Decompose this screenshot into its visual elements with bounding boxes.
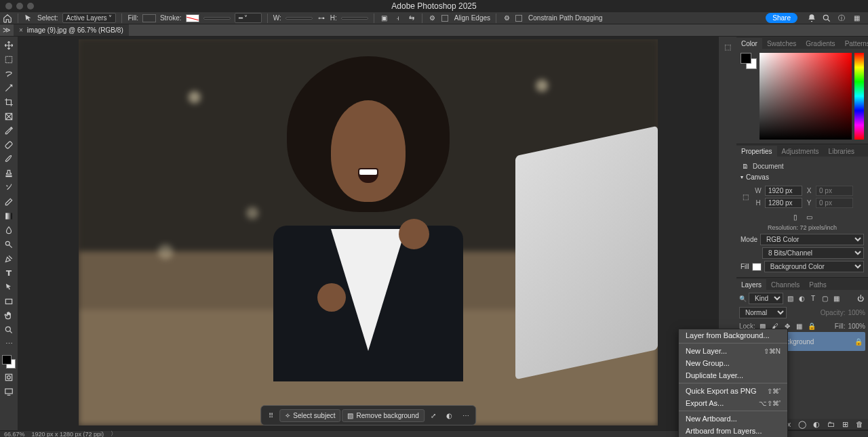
fill-select[interactable]: Background Color: [764, 261, 864, 272]
share-button[interactable]: Share: [766, 13, 797, 23]
quickmask-icon[interactable]: [1, 371, 16, 383]
filter-pixel-icon[interactable]: ▧: [785, 294, 795, 304]
marquee-tool-icon[interactable]: [1, 54, 16, 65]
fill-swatch[interactable]: [142, 14, 156, 22]
delete-layer-icon[interactable]: 🗑: [854, 419, 864, 429]
menu-item[interactable]: New Artboard...: [679, 413, 787, 425]
window-controls[interactable]: [5, 3, 34, 9]
type-tool-icon[interactable]: [1, 267, 16, 278]
group-icon[interactable]: 🗀: [826, 419, 835, 429]
new-layer-icon[interactable]: ⊞: [840, 419, 850, 429]
ctx-adjust-icon[interactable]: ◐: [442, 408, 457, 423]
ctx-transform-icon[interactable]: ⤢: [426, 408, 441, 423]
filter-smart-icon[interactable]: ▦: [831, 294, 841, 304]
w-input[interactable]: [285, 17, 313, 20]
bell-icon[interactable]: [807, 14, 816, 23]
pen-tool-icon[interactable]: [1, 253, 16, 264]
path-ops-icon[interactable]: ▣: [380, 14, 389, 23]
stamp-tool-icon[interactable]: [1, 167, 16, 179]
tab-channels[interactable]: Channels: [766, 279, 804, 290]
document-canvas[interactable]: [79, 39, 658, 425]
link-wh-icon[interactable]: ⊶: [317, 14, 326, 23]
depth-select[interactable]: 8 Bits/Channel: [762, 247, 864, 259]
orientation-icon[interactable]: ⬚: [741, 192, 750, 202]
canvas-h-input[interactable]: [765, 198, 802, 208]
status-arrow-icon[interactable]: 〉: [111, 430, 117, 437]
select-dropdown[interactable]: Active Layers ˅: [62, 13, 117, 23]
move-tool-icon[interactable]: [1, 39, 16, 51]
align-edges-checkbox[interactable]: [441, 15, 448, 22]
more-tools-icon[interactable]: ⋯: [1, 338, 16, 350]
canvas-area[interactable]: ⠿ ✧Select subject ▧Remove background ⤢ ◐…: [18, 37, 719, 430]
tab-color[interactable]: Color: [736, 38, 762, 49]
layer-lock-icon[interactable]: 🔒: [854, 337, 863, 346]
lasso-tool-icon[interactable]: [1, 68, 16, 79]
adjustment-layer-icon[interactable]: ◐: [812, 419, 821, 429]
align-icon[interactable]: ⫞: [393, 14, 403, 23]
stroke-style[interactable]: ━ ˅: [235, 13, 262, 23]
blend-mode-select[interactable]: Normal: [739, 307, 787, 318]
fg-bg-color[interactable]: [2, 355, 16, 369]
mask-icon[interactable]: ◯: [797, 419, 807, 429]
fill-pct-value[interactable]: 100%: [848, 322, 865, 330]
menu-item[interactable]: Export As...⌥⇧⌘': [679, 397, 787, 409]
search-icon[interactable]: [822, 14, 831, 23]
collapsed-panel-icon[interactable]: ⬚: [723, 42, 732, 51]
healing-tool-icon[interactable]: [1, 139, 16, 150]
h-input[interactable]: [341, 17, 368, 20]
tab-libraries[interactable]: Libraries: [824, 146, 859, 157]
remove-background-button[interactable]: ▧Remove background: [342, 409, 424, 422]
lock-all-icon[interactable]: 🔒: [807, 321, 816, 331]
workspace-icon[interactable]: ▦: [852, 14, 861, 23]
filter-type-icon[interactable]: T: [808, 294, 818, 304]
status-zoom[interactable]: 66.67%: [4, 431, 25, 438]
history-brush-icon[interactable]: [1, 182, 16, 193]
arrange-icon[interactable]: ⇆: [407, 14, 416, 23]
stroke-swatch[interactable]: [186, 14, 199, 22]
ctx-more-icon[interactable]: ⋯: [458, 408, 473, 423]
arrow-tool-icon[interactable]: [24, 14, 33, 23]
brush-tool-icon[interactable]: [1, 153, 16, 165]
zoom-tool-icon[interactable]: [1, 324, 16, 335]
frame-tool-icon[interactable]: [1, 110, 16, 122]
mode-select[interactable]: RGB Color: [760, 234, 864, 245]
canvas-y-input[interactable]: [816, 198, 853, 208]
tab-patterns[interactable]: Patterns: [840, 38, 868, 49]
dodge-tool-icon[interactable]: [1, 238, 16, 250]
color-saturation-field[interactable]: [760, 53, 852, 140]
lock-nest-icon[interactable]: ▦: [795, 321, 804, 331]
menu-item[interactable]: New Group...: [679, 357, 787, 369]
bg-swatch[interactable]: [752, 263, 762, 271]
path-select-tool-icon[interactable]: [1, 281, 16, 293]
gradient-tool-icon[interactable]: [1, 210, 16, 222]
home-icon[interactable]: [3, 14, 12, 23]
gear-icon[interactable]: ⚙: [428, 14, 437, 23]
hand-tool-icon[interactable]: [1, 310, 16, 321]
constrain-checkbox[interactable]: [515, 15, 522, 22]
tab-gradients[interactable]: Gradients: [801, 38, 840, 49]
tab-layers[interactable]: Layers: [736, 279, 766, 290]
gear-icon-2[interactable]: ⚙: [502, 14, 511, 23]
tab-properties[interactable]: Properties: [736, 146, 777, 157]
eyedropper-tool-icon[interactable]: [1, 125, 16, 136]
portrait-icon[interactable]: ▯: [791, 212, 800, 222]
select-subject-button[interactable]: ✧Select subject: [279, 409, 340, 422]
canvas-section-header[interactable]: Canvas: [741, 173, 864, 181]
document-tab[interactable]: × image (9).jpg @ 66.7% (RGB/8): [14, 24, 129, 36]
tab-adjustments[interactable]: Adjustments: [777, 146, 824, 157]
help-icon[interactable]: ⓘ: [837, 14, 846, 23]
filter-adjust-icon[interactable]: ◐: [797, 294, 806, 304]
stroke-width[interactable]: [203, 17, 231, 20]
canvas-x-input[interactable]: [816, 186, 853, 196]
eraser-tool-icon[interactable]: [1, 196, 16, 207]
menu-item[interactable]: Artboard from Layers...: [679, 425, 787, 437]
filter-toggle-icon[interactable]: ⏻: [856, 294, 865, 304]
tab-paths[interactable]: Paths: [804, 279, 831, 290]
tab-swatches[interactable]: Swatches: [762, 38, 801, 49]
layer-filter-kind[interactable]: Kind: [749, 293, 783, 304]
filter-shape-icon[interactable]: ▢: [820, 294, 829, 304]
color-hue-slider[interactable]: [854, 53, 864, 140]
menu-item[interactable]: Quick Export as PNG⇧⌘': [679, 385, 787, 397]
doc-tab-toggle[interactable]: ≫: [0, 26, 14, 35]
close-tab-icon[interactable]: ×: [19, 26, 23, 34]
